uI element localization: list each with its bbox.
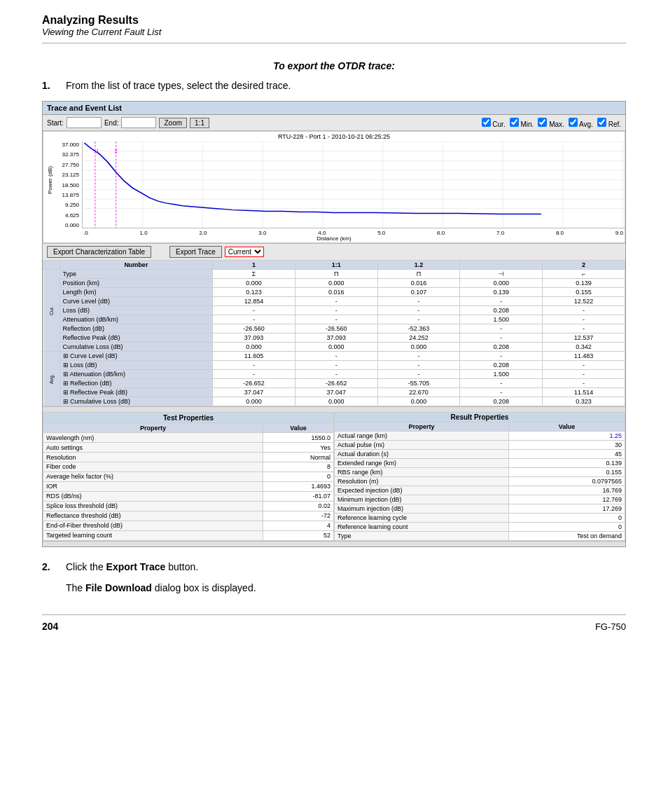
- list-item: Minimum injection (dB)12.769: [335, 495, 625, 504]
- row-pos-label: Position (km): [60, 279, 213, 288]
- chart-svg: 1 2: [83, 142, 625, 228]
- max-checkbox-label[interactable]: Max.: [538, 118, 564, 128]
- row-type-label: Type: [60, 270, 213, 279]
- bottom-scrollbar[interactable]: [43, 541, 625, 546]
- list-item: Fiber code8: [43, 462, 334, 472]
- test-properties-table: Test Properties Property Value Wavelengt…: [43, 412, 334, 541]
- page-title: Analyzing Results: [42, 14, 626, 27]
- svg-text:1: 1: [96, 148, 99, 153]
- list-item: Targeted learning count52: [43, 530, 334, 540]
- table-row: Avg. ⊞ Curve Level (dB) 11.605 - - - 11.…: [43, 352, 625, 361]
- ref-checkbox-label[interactable]: Ref.: [597, 118, 621, 128]
- list-item: RDS (dB/ns)-81.07: [43, 491, 334, 501]
- list-item: Actual pulse (ns)30: [335, 441, 625, 450]
- zoom-button[interactable]: Zoom: [159, 118, 187, 128]
- export-char-button[interactable]: Export Characterization Table: [47, 246, 151, 258]
- row-type-12: Π: [377, 270, 460, 279]
- list-item: Splice loss threshold (dB)0.02: [43, 501, 334, 511]
- step-1-number: 1.: [42, 80, 63, 91]
- list-item: Resolution (m)0.0797565: [335, 477, 625, 486]
- row-type-empty: ⊣: [460, 270, 543, 279]
- cur-checkbox[interactable]: [482, 118, 491, 127]
- table-row: ⊞ Reflective Peak (dB) 37.047 37.047 22.…: [43, 388, 625, 397]
- test-props-col-header-row: Property Value: [43, 423, 334, 433]
- result-val-col: Value: [509, 422, 625, 432]
- col-1-1: 1:1: [295, 261, 377, 270]
- trace-type-select[interactable]: Current: [225, 247, 264, 257]
- panel-header: Trace and Event List: [43, 102, 625, 115]
- list-item: Auto settingsYes: [43, 443, 334, 453]
- step-2-text: Click the Export Trace button.: [66, 561, 198, 572]
- checkboxes-group: Cur. Min. Max. Avg. Ref.: [482, 118, 621, 128]
- step-2-number: 2.: [42, 561, 63, 572]
- table-row: Attenuation (dB/km) - - - 1.500 -: [43, 315, 625, 324]
- table-row: Loss (dB) - - - 0.208 -: [43, 306, 625, 315]
- avg-checkbox[interactable]: [569, 118, 578, 127]
- chart-buttons: Export Characterization Table Export Tra…: [43, 243, 625, 260]
- list-item: Maximum injection (dB)17.269: [335, 504, 625, 514]
- yaxis-title: Power (dB): [47, 166, 53, 194]
- step-1: 1. From the list of trace types, select …: [42, 80, 626, 91]
- col-1-2: 1.2: [377, 261, 460, 270]
- col-1: 1: [213, 261, 295, 270]
- footer: 204 FG-750: [42, 614, 626, 632]
- table-row: ⊞ Attenuation (dB/km) - - - 1.500 -: [43, 370, 625, 379]
- test-props-header: Test Properties: [43, 413, 334, 423]
- list-item: Reflectance threshold (dB)-72: [43, 511, 334, 521]
- list-item: Actual duration (s)45: [335, 450, 625, 459]
- footer-page: 204: [42, 621, 58, 632]
- max-checkbox[interactable]: [538, 118, 547, 127]
- row-type-2: ⌐: [543, 270, 625, 279]
- cur-checkbox-label[interactable]: Cur.: [482, 118, 506, 128]
- page-subtitle: Viewing the Current Fault List: [42, 27, 626, 37]
- list-item: End-of-Fiber threshold (dB)4: [43, 521, 334, 530]
- list-item: Extended range (km)0.139: [335, 459, 625, 468]
- result-props-header-row: Result Properties: [335, 413, 625, 422]
- table-row: ⊞ Loss (dB) - - - 0.208 -: [43, 361, 625, 370]
- list-item: TypeTest on demand: [335, 532, 625, 541]
- section-title: To export the OTDR trace:: [42, 60, 626, 71]
- step-2: 2. Click the Export Trace button. The Fi…: [42, 561, 626, 593]
- list-item: Expected injection (dB)16.769: [335, 486, 625, 495]
- export-trace-bold: Export Trace: [106, 561, 166, 572]
- table-row: Reflective Peak (dB) 37.093 37.093 24.25…: [43, 333, 625, 343]
- table-row: ⊞ Reflection (dB) -26.652 -26.652 -55.70…: [43, 379, 625, 388]
- start-label: Start:: [47, 119, 64, 127]
- trace-event-list-panel: Trace and Event List Start: End: Zoom 1:…: [42, 101, 626, 547]
- result-properties-table: Result Properties Property Value Actual …: [334, 412, 625, 541]
- list-item: IOR1.4693: [43, 481, 334, 491]
- row-type-11: Π: [295, 270, 377, 279]
- test-props-header-row: Test Properties: [43, 413, 334, 423]
- table-row: Position (km) 0.000 0.000 0.016 0.000 0.…: [43, 279, 625, 288]
- end-input[interactable]: [121, 117, 156, 128]
- yaxis-title-container: Power (dB): [45, 132, 55, 228]
- table-row: Cur. Type Σ Π Π ⊣ ⌐: [43, 270, 625, 279]
- table-row: Curve Level (dB) 12.854 - - - 12.522: [43, 297, 625, 306]
- header-section: Analyzing Results Viewing the Current Fa…: [42, 14, 626, 43]
- zoom-value-button[interactable]: 1:1: [190, 118, 209, 128]
- ref-checkbox[interactable]: [597, 118, 606, 127]
- svg-text:2: 2: [114, 148, 118, 153]
- horizontal-scrollbar[interactable]: [43, 406, 625, 412]
- list-item: RBS range (km)0.155: [335, 468, 625, 477]
- end-label: End:: [104, 119, 119, 127]
- xaxis-title: Distance (km): [43, 235, 625, 242]
- table-row: ⊞ Cumulative Loss (dB) 0.000 0.000 0.000…: [43, 397, 625, 406]
- data-table: Number 1 1:1 1.2 2 Cur. Type Σ Π Π: [43, 260, 625, 406]
- row-type-1: Σ: [213, 270, 295, 279]
- min-checkbox[interactable]: [510, 118, 519, 127]
- export-trace-button[interactable]: Export Trace: [169, 246, 222, 258]
- min-checkbox-label[interactable]: Min.: [510, 118, 534, 128]
- list-item: Average helix factor (%)0: [43, 472, 334, 481]
- avg-checkbox-label[interactable]: Avg.: [569, 118, 593, 128]
- list-item: Reference learning cycle0: [335, 514, 625, 523]
- file-download-bold: File Download: [85, 582, 152, 593]
- test-val-col: Value: [263, 423, 333, 433]
- list-item: Wavelength (nm)1550.0: [43, 433, 334, 443]
- list-item: Reference learning count0: [335, 523, 625, 532]
- list-item: ResolutionNormal: [43, 453, 334, 462]
- chart-area: RTU-228 - Port 1 - 2010-10-21 06:25:25 o…: [43, 131, 625, 243]
- start-input[interactable]: [67, 117, 102, 128]
- col-number: Number: [60, 261, 213, 270]
- result-prop-col: Property: [335, 422, 509, 432]
